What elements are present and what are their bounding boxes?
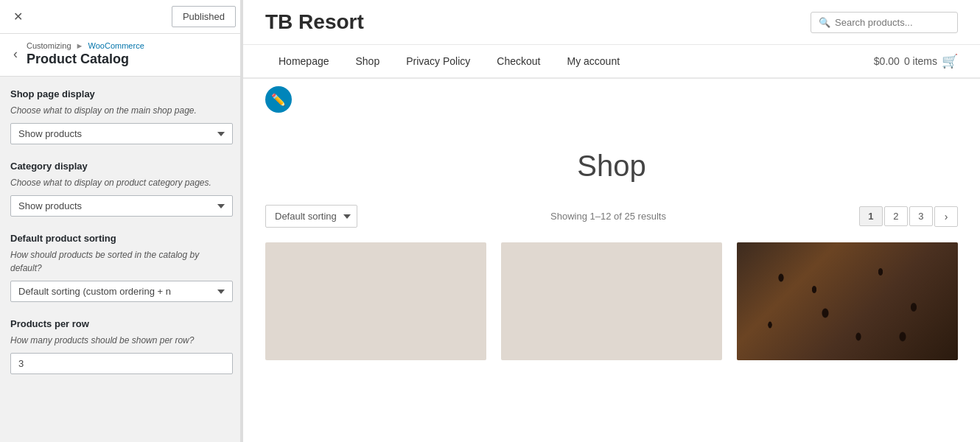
products-per-row-input[interactable]: 3	[10, 353, 233, 374]
breadcrumb-area: ‹ Customizing ► WooCommerce Product Cata…	[0, 34, 243, 77]
category-display-title: Category display	[10, 161, 233, 172]
page-1-button[interactable]: 1	[859, 206, 883, 226]
breadcrumb-woocommerce[interactable]: WooCommerce	[88, 41, 144, 50]
products-per-row-section: Products per row How many products shoul…	[10, 318, 233, 374]
edit-pencil-area: ✏️	[265, 86, 958, 113]
category-display-section: Category display Choose what to display …	[10, 161, 233, 217]
shop-page-display-select[interactable]: Show products Show categories Show categ…	[10, 123, 233, 144]
published-button[interactable]: Published	[172, 6, 236, 27]
page-3-button[interactable]: 3	[909, 206, 933, 226]
sort-select[interactable]: Default sorting Popularity Average ratin…	[265, 205, 357, 228]
list-item	[501, 242, 722, 360]
shop-heading: Shop	[265, 120, 958, 205]
shop-toolbar: Default sorting Popularity Average ratin…	[265, 205, 958, 228]
results-text: Showing 1–12 of 25 results	[550, 211, 666, 222]
cart-amount: $0.00	[874, 55, 900, 67]
nav-checkout[interactable]: Checkout	[483, 45, 553, 77]
breadcrumb-sep: ►	[76, 41, 84, 50]
back-button[interactable]: ‹	[10, 46, 21, 62]
product-image-2	[501, 242, 722, 360]
cart-area: $0.00 0 items 🛒	[874, 53, 958, 69]
nav-links: Homepage Shop Privacy Policy Checkout My…	[265, 45, 633, 77]
resize-handle[interactable]	[240, 0, 243, 442]
panel-content: Shop page display Choose what to display…	[0, 77, 243, 442]
shop-page-display-desc: Choose what to display on the main shop …	[10, 104, 233, 117]
breadcrumb-path: Customizing ► WooCommerce	[27, 41, 144, 50]
category-display-select[interactable]: Show products Show categories Show categ…	[10, 195, 233, 217]
page-2-button[interactable]: 2	[884, 206, 908, 226]
list-item	[737, 242, 958, 360]
default-sorting-desc: How should products be sorted in the cat…	[10, 248, 233, 275]
nav-homepage[interactable]: Homepage	[265, 45, 343, 77]
pagination: 1 2 3 ›	[859, 206, 958, 227]
breadcrumb-customizing: Customizing	[27, 41, 71, 50]
close-button[interactable]: ✕	[7, 7, 29, 27]
site-title: TB Resort	[265, 10, 364, 34]
preview-nav: Homepage Shop Privacy Policy Checkout My…	[243, 45, 980, 79]
preview-header: TB Resort 🔍	[243, 0, 980, 45]
shop-page-display-section: Shop page display Choose what to display…	[10, 88, 233, 144]
nav-my-account[interactable]: My account	[554, 45, 634, 77]
category-display-desc: Choose what to display on product catego…	[10, 176, 233, 189]
page-next-button[interactable]: ›	[934, 206, 958, 227]
list-item	[265, 242, 486, 360]
breadcrumb-content: Customizing ► WooCommerce Product Catalo…	[27, 41, 144, 67]
product-image-3	[737, 242, 958, 360]
default-sorting-select[interactable]: Default sorting (custom ordering + n Pop…	[10, 281, 233, 302]
edit-pencil-button[interactable]: ✏️	[265, 86, 292, 113]
products-per-row-title: Products per row	[10, 318, 233, 329]
customizer-panel: ✕ Published ‹ Customizing ► WooCommerce …	[0, 0, 243, 442]
products-per-row-desc: How many products should be shown per ro…	[10, 334, 233, 347]
search-icon: 🔍	[819, 17, 830, 28]
product-image-1	[265, 242, 486, 360]
cart-items: 0 items	[904, 55, 937, 67]
nav-privacy-policy[interactable]: Privacy Policy	[393, 45, 483, 77]
breadcrumb-title: Product Catalog	[27, 52, 144, 67]
shop-content: Shop Default sorting Popularity Average …	[243, 120, 980, 375]
shop-page-display-title: Shop page display	[10, 88, 233, 99]
cart-icon[interactable]: 🛒	[942, 53, 958, 69]
search-input[interactable]	[835, 17, 950, 28]
default-sorting-title: Default product sorting	[10, 233, 233, 244]
search-box[interactable]: 🔍	[811, 12, 958, 33]
topbar: ✕ Published	[0, 0, 243, 34]
product-grid	[265, 242, 958, 360]
nav-shop[interactable]: Shop	[343, 45, 393, 77]
site-preview: TB Resort 🔍 Homepage Shop Privacy Policy…	[243, 0, 980, 442]
default-sorting-section: Default product sorting How should produ…	[10, 233, 233, 302]
